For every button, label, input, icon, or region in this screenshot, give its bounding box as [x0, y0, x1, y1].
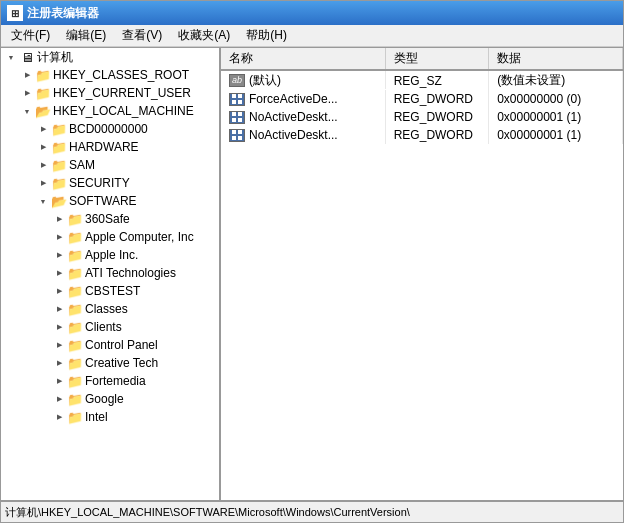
tree-item-creative-tech[interactable]: 📁 Creative Tech: [1, 354, 219, 372]
tree-item-intel[interactable]: 📁 Intel: [1, 408, 219, 426]
tree-label-google: Google: [85, 392, 124, 406]
folder-icon-hardware: 📁: [51, 139, 67, 155]
menu-bar: 文件(F) 编辑(E) 查看(V) 收藏夹(A) 帮助(H): [1, 25, 623, 47]
expander-creative-tech[interactable]: [51, 355, 67, 371]
tree-item-computer[interactable]: 🖥 计算机: [1, 48, 219, 66]
tree-label-bcd: BCD00000000: [69, 122, 148, 136]
svg-rect-7: [238, 118, 242, 122]
folder-icon-360safe: 📁: [67, 211, 83, 227]
svg-rect-10: [232, 136, 236, 140]
cell-data: (数值未设置): [489, 70, 623, 90]
svg-rect-5: [238, 112, 242, 116]
details-panel[interactable]: 名称 类型 数据 ab(默认)REG_SZ(数值未设置)ForceActiveD…: [221, 48, 623, 500]
expander-hkcu[interactable]: [19, 85, 35, 101]
expander-classes[interactable]: [51, 301, 67, 317]
cell-name: ab(默认): [221, 71, 386, 89]
expander-ati[interactable]: [51, 265, 67, 281]
menu-help[interactable]: 帮助(H): [238, 25, 295, 46]
tree-label-sam: SAM: [69, 158, 95, 172]
expander-software[interactable]: [35, 193, 51, 209]
folder-icon-hkcu: 📁: [35, 85, 51, 101]
svg-rect-4: [232, 112, 236, 116]
folder-icon-bcd: 📁: [51, 121, 67, 137]
tree-item-classes[interactable]: 📁 Classes: [1, 300, 219, 318]
tree-item-control-panel[interactable]: 📁 Control Panel: [1, 336, 219, 354]
tree-item-hkcu[interactable]: 📁 HKEY_CURRENT_USER: [1, 84, 219, 102]
folder-icon-classes: 📁: [67, 301, 83, 317]
svg-rect-0: [232, 94, 236, 98]
tree-item-fortemedia[interactable]: 📁 Fortemedia: [1, 372, 219, 390]
tree-item-hardware[interactable]: 📁 HARDWARE: [1, 138, 219, 156]
expander-clients[interactable]: [51, 319, 67, 335]
tree-item-sam[interactable]: 📁 SAM: [1, 156, 219, 174]
tree-item-360safe[interactable]: 📁 360Safe: [1, 210, 219, 228]
tree-item-google[interactable]: 📁 Google: [1, 390, 219, 408]
tree-label-computer: 计算机: [37, 49, 73, 66]
tree-item-security[interactable]: 📁 SECURITY: [1, 174, 219, 192]
table-row[interactable]: ForceActiveDe...REG_DWORD0x00000000 (0): [221, 90, 623, 108]
svg-rect-3: [238, 100, 242, 104]
tree-label-creative-tech: Creative Tech: [85, 356, 158, 370]
expander-sam[interactable]: [35, 157, 51, 173]
table-row[interactable]: ab(默认)REG_SZ(数值未设置): [221, 70, 623, 90]
expander-control-panel[interactable]: [51, 337, 67, 353]
menu-favorites[interactable]: 收藏夹(A): [170, 25, 238, 46]
cell-data: 0x00000001 (1): [489, 108, 623, 126]
col-header-data[interactable]: 数据: [489, 48, 623, 70]
tree-label-control-panel: Control Panel: [85, 338, 158, 352]
tree-item-apple-inc[interactable]: 📁 Apple Inc.: [1, 246, 219, 264]
expander-360safe[interactable]: [51, 211, 67, 227]
folder-icon-software: 📂: [51, 193, 67, 209]
svg-rect-6: [232, 118, 236, 122]
cell-name: NoActiveDeskt...: [221, 108, 386, 126]
menu-view[interactable]: 查看(V): [114, 25, 170, 46]
folder-icon-intel: 📁: [67, 409, 83, 425]
expander-google[interactable]: [51, 391, 67, 407]
tree-item-hkcr[interactable]: 📁 HKEY_CLASSES_ROOT: [1, 66, 219, 84]
folder-icon-sam: 📁: [51, 157, 67, 173]
cell-name-text: NoActiveDeskt...: [249, 110, 338, 124]
content-area: 🖥 计算机 📁 HKEY_CLASSES_ROOT 📁 HKEY_CURRENT…: [1, 47, 623, 500]
folder-icon-hklm: 📂: [35, 103, 51, 119]
tree-label-cbstest: CBSTEST: [85, 284, 140, 298]
expander-fortemedia[interactable]: [51, 373, 67, 389]
expander-intel[interactable]: [51, 409, 67, 425]
registry-editor-window: ⊞ 注册表编辑器 文件(F) 编辑(E) 查看(V) 收藏夹(A) 帮助(H) …: [0, 0, 624, 523]
table-row[interactable]: NoActiveDeskt...REG_DWORD0x00000001 (1): [221, 126, 623, 144]
col-header-type[interactable]: 类型: [386, 48, 489, 70]
expander-hklm[interactable]: [19, 103, 35, 119]
expander-apple-inc[interactable]: [51, 247, 67, 263]
tree-label-intel: Intel: [85, 410, 108, 424]
tree-item-clients[interactable]: 📁 Clients: [1, 318, 219, 336]
tree-item-bcd[interactable]: 📁 BCD00000000: [1, 120, 219, 138]
tree-label-hardware: HARDWARE: [69, 140, 139, 154]
col-header-name[interactable]: 名称: [221, 48, 386, 70]
folder-icon-clients: 📁: [67, 319, 83, 335]
window-title: 注册表编辑器: [27, 5, 99, 22]
tree-item-ati[interactable]: 📁 ATI Technologies: [1, 264, 219, 282]
expander-cbstest[interactable]: [51, 283, 67, 299]
tree-label-hkcr: HKEY_CLASSES_ROOT: [53, 68, 189, 82]
tree-item-apple-computer[interactable]: 📁 Apple Computer, Inc: [1, 228, 219, 246]
svg-rect-9: [238, 130, 242, 134]
cell-name: NoActiveDeskt...: [221, 126, 386, 144]
tree-panel[interactable]: 🖥 计算机 📁 HKEY_CLASSES_ROOT 📁 HKEY_CURRENT…: [1, 48, 221, 500]
expander-bcd[interactable]: [35, 121, 51, 137]
tree-item-cbstest[interactable]: 📁 CBSTEST: [1, 282, 219, 300]
table-row[interactable]: NoActiveDeskt...REG_DWORD0x00000001 (1): [221, 108, 623, 126]
tree-label-360safe: 360Safe: [85, 212, 130, 226]
expander-hkcr[interactable]: [19, 67, 35, 83]
expander-hardware[interactable]: [35, 139, 51, 155]
folder-icon-google: 📁: [67, 391, 83, 407]
tree-label-fortemedia: Fortemedia: [85, 374, 146, 388]
menu-edit[interactable]: 编辑(E): [58, 25, 114, 46]
tree-item-hklm[interactable]: 📂 HKEY_LOCAL_MACHINE: [1, 102, 219, 120]
expander-computer[interactable]: [3, 49, 19, 65]
cell-name-text: NoActiveDeskt...: [249, 128, 338, 142]
tree-label-security: SECURITY: [69, 176, 130, 190]
cell-name-text: (默认): [249, 72, 281, 89]
tree-item-software[interactable]: 📂 SOFTWARE: [1, 192, 219, 210]
expander-security[interactable]: [35, 175, 51, 191]
menu-file[interactable]: 文件(F): [3, 25, 58, 46]
expander-apple-computer[interactable]: [51, 229, 67, 245]
